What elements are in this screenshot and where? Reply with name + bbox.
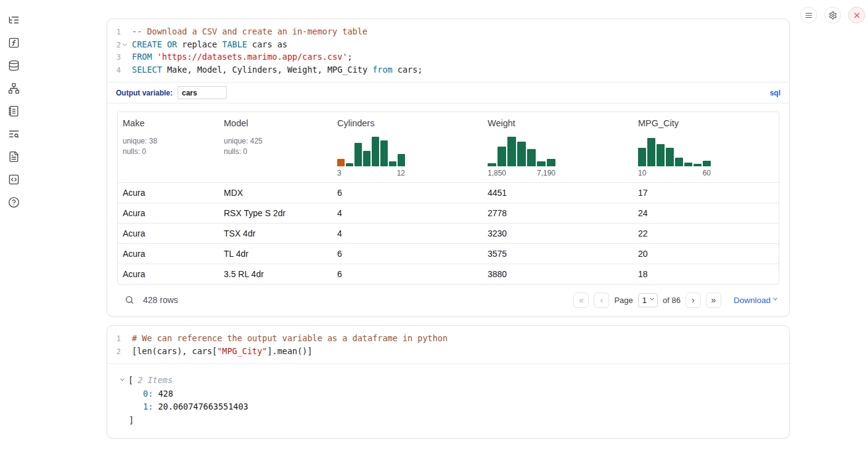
table-column-header: Modelunique: 425nulls: 0	[219, 118, 332, 177]
next-page-button[interactable]: ›	[686, 293, 701, 308]
table-body: AcuraMDX6445117AcuraRSX Type S 2dr427782…	[118, 182, 779, 284]
collapse-chevron-icon[interactable]	[121, 378, 124, 381]
fold-gutter	[121, 26, 128, 39]
code-text: -- Download a CSV and create an in-memor…	[128, 26, 367, 39]
table-cell: 18	[633, 269, 779, 279]
close-icon	[853, 11, 861, 20]
table-cell: 3880	[483, 269, 633, 279]
table-cell: 24	[633, 208, 779, 218]
table-cell: MDX	[219, 188, 332, 198]
histogram-bar	[527, 149, 536, 166]
table-cell: 3230	[483, 229, 633, 238]
histogram-bar	[354, 143, 362, 166]
prev-page-button[interactable]: ‹	[594, 293, 609, 308]
panel-sidebar	[0, 0, 27, 208]
scratchpad-icon[interactable]	[7, 105, 20, 117]
table-column-header: Weight1,8507,190	[483, 118, 633, 177]
menu-icon	[805, 11, 813, 20]
column-name[interactable]: Cylinders	[337, 118, 483, 128]
shutdown-button[interactable]	[848, 7, 865, 23]
code-line: 1-- Download a CSV and create an in-memo…	[107, 26, 789, 39]
sql-code-editor[interactable]: 1-- Download a CSV and create an in-memo…	[107, 19, 789, 82]
histogram-bar	[694, 164, 702, 166]
table-cell: RSX Type S 2dr	[219, 208, 332, 218]
first-page-button[interactable]: «	[573, 293, 589, 308]
table-column-header: MPG_City1060	[633, 118, 779, 177]
code-text: SELECT Make, Model, Cylinders, Weight, M…	[128, 64, 422, 77]
table-cell: Acura	[118, 229, 219, 238]
histogram-bar	[537, 161, 546, 166]
code-line: 4SELECT Make, Model, Cylinders, Weight, …	[107, 64, 789, 77]
code-text: # We can reference the output variable a…	[128, 333, 448, 346]
code-line: 2[len(cars), cars["MPG_City"].mean()]	[107, 346, 789, 358]
variables-icon[interactable]	[7, 36, 20, 49]
code-text: [len(cars), cars["MPG_City"].mean()]	[128, 346, 313, 358]
output-variable-bar: Output variable: sql	[107, 82, 789, 103]
histogram-bar	[517, 142, 526, 166]
histogram-bar	[547, 159, 555, 166]
code-line: 1# We can reference the output variable …	[107, 333, 789, 346]
language-badge: sql	[770, 89, 780, 97]
logs-icon[interactable]	[7, 127, 20, 140]
table-column-header: Cylinders312	[332, 118, 483, 177]
column-name[interactable]: Make	[123, 118, 219, 128]
table-search-button[interactable]	[123, 294, 136, 306]
histogram-axis-labels: 1,8507,190	[488, 169, 555, 177]
last-page-button[interactable]: »	[706, 293, 721, 308]
table-cell: 4451	[483, 188, 633, 198]
table-cell: 22	[633, 229, 779, 238]
histogram-bar	[389, 161, 396, 166]
table-cell: 6	[332, 188, 483, 198]
pagination: « ‹ Page 1 of 86 › » Download	[573, 293, 777, 308]
histogram-bars	[638, 134, 711, 166]
histogram-bar	[488, 163, 496, 166]
python-code-editor[interactable]: 1# We can reference the output variable …	[107, 326, 789, 363]
table-cell: 4	[332, 229, 483, 238]
histogram-bar	[507, 137, 516, 166]
histogram-bar	[398, 154, 405, 166]
table-footer: 428 rows « ‹ Page 1 of 86 › » Download	[117, 291, 779, 309]
page-select[interactable]: 1	[638, 293, 658, 307]
table-cell: TL 4dr	[219, 249, 332, 259]
table-cell: 3.5 RL 4dr	[219, 269, 332, 279]
documentation-icon[interactable]	[7, 150, 20, 163]
column-name[interactable]: Model	[224, 118, 332, 128]
histogram-bar	[675, 158, 683, 166]
settings-button[interactable]	[824, 7, 841, 23]
table-cell: 4	[332, 208, 483, 218]
table-cell: 2778	[483, 208, 633, 218]
feedback-icon[interactable]	[7, 196, 20, 208]
histogram-axis-labels: 1060	[638, 169, 711, 177]
fold-gutter	[121, 51, 128, 64]
histogram-bar	[497, 147, 506, 166]
code-line: 2CREATE OR replace TABLE cars as	[107, 39, 789, 52]
sql-cell-output: Makeunique: 38nulls: 0Modelunique: 425nu…	[107, 103, 789, 316]
dependency-graph-icon[interactable]	[7, 82, 20, 94]
data-sources-icon[interactable]	[7, 59, 20, 71]
row-count: 428 rows	[143, 295, 178, 305]
table-cell: Acura	[118, 208, 219, 218]
fold-chevron-icon[interactable]	[121, 39, 128, 52]
code-text: FROM 'https://datasets.marimo.app/cars.c…	[128, 51, 353, 64]
table-row: Acura3.5 RL 4dr6388018	[118, 264, 779, 284]
download-button[interactable]: Download	[734, 296, 777, 305]
python-cell: 1# We can reference the output variable …	[107, 325, 790, 439]
open-bracket: [	[128, 374, 133, 387]
table-column-header: Makeunique: 38nulls: 0	[118, 118, 219, 177]
snippets-icon[interactable]	[7, 173, 20, 185]
data-table: Makeunique: 38nulls: 0Modelunique: 425nu…	[117, 111, 779, 285]
column-name[interactable]: MPG_City	[638, 118, 779, 128]
search-icon	[125, 295, 134, 305]
chevron-down-icon	[773, 296, 777, 301]
output-variable-input[interactable]	[178, 86, 227, 99]
fold-gutter	[121, 346, 128, 358]
histogram-bar	[346, 163, 353, 166]
page-total-label: of 86	[663, 296, 681, 305]
notebook-actions	[800, 7, 865, 23]
table-cell: TSX 4dr	[219, 229, 332, 238]
table-cell: 3575	[483, 249, 633, 259]
histogram-bar	[363, 151, 371, 166]
file-explorer-icon[interactable]	[7, 14, 20, 26]
menu-button[interactable]	[800, 7, 817, 23]
column-name[interactable]: Weight	[488, 118, 633, 128]
